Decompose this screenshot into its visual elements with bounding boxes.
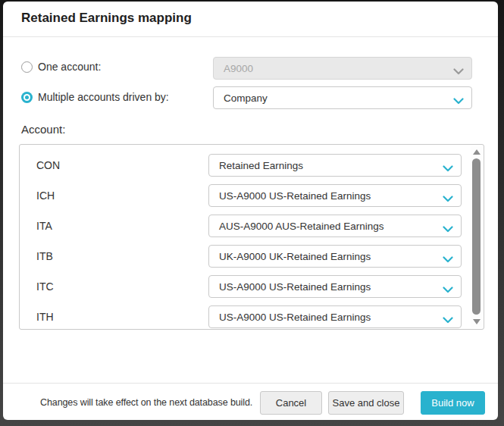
- account-select-itb[interactable]: UK-A9000 UK-Retained Earnings: [208, 245, 462, 268]
- cancel-button[interactable]: Cancel: [260, 391, 322, 415]
- account-section-label: Account:: [21, 123, 65, 136]
- mapping-row-ich: ICHUS-A9000 US-Retained Earnings: [20, 184, 484, 207]
- footer-divider: [3, 383, 498, 384]
- chevron-down-icon: [443, 284, 453, 296]
- one-account-select-value: A9000: [224, 63, 253, 74]
- account-select-value: US-A9000 US-Retained Earnings: [219, 281, 371, 293]
- chevron-down-icon: [443, 193, 453, 205]
- vertical-scrollbar[interactable]: [471, 146, 482, 327]
- multiple-accounts-label: Multiple accounts driven by:: [38, 91, 169, 103]
- retained-earnings-mapping-dialog: Retained Earnings mapping One account: A…: [3, 2, 498, 420]
- account-select-ita[interactable]: AUS-A9000 AUS-Retained Earnings: [208, 215, 462, 237]
- mapping-row-ith: ITHUS-A9000 US-Retained Earnings: [20, 305, 484, 328]
- entity-code: ICH: [36, 184, 55, 207]
- account-select-con[interactable]: Retained Earnings: [208, 154, 462, 177]
- chevron-down-icon: [443, 224, 453, 235]
- entity-code: ITC: [36, 275, 54, 298]
- chevron-down-icon: [443, 163, 453, 174]
- save-and-close-button[interactable]: Save and close: [328, 391, 404, 415]
- one-account-option[interactable]: One account:: [21, 61, 101, 73]
- account-mapping-panel: CONRetained EarningsICHUS-A9000 US-Retai…: [19, 144, 484, 330]
- multiple-accounts-radio[interactable]: [21, 92, 33, 103]
- account-select-ith[interactable]: US-A9000 US-Retained Earnings: [208, 305, 462, 328]
- mapping-row-ita: ITAAUS-A9000 AUS-Retained Earnings: [20, 215, 484, 237]
- entity-code: ITA: [36, 215, 52, 237]
- account-select-ich[interactable]: US-A9000 US-Retained Earnings: [208, 184, 462, 207]
- one-account-label: One account:: [38, 61, 101, 73]
- account-select-value: US-A9000 US-Retained Earnings: [219, 312, 371, 323]
- scrollbar-thumb[interactable]: [472, 158, 481, 315]
- entity-code: ITB: [36, 245, 53, 268]
- build-now-button[interactable]: Build now: [421, 391, 485, 415]
- mapping-row-itb: ITBUK-A9000 UK-Retained Earnings: [20, 245, 484, 268]
- scroll-up-arrow-icon[interactable]: [473, 149, 481, 155]
- footer-note: Changes will take effect on the next dat…: [40, 391, 252, 415]
- one-account-select: A9000: [213, 57, 472, 80]
- driver-select[interactable]: Company: [213, 86, 472, 109]
- chevron-down-icon: [453, 96, 464, 107]
- scroll-down-arrow-icon[interactable]: [473, 319, 481, 324]
- dialog-title: Retained Earnings mapping: [21, 11, 192, 26]
- multiple-accounts-option[interactable]: Multiple accounts driven by:: [21, 91, 169, 103]
- account-select-value: UK-A9000 UK-Retained Earnings: [219, 251, 371, 262]
- chevron-down-icon: [453, 66, 464, 77]
- account-select-value: US-A9000 US-Retained Earnings: [219, 190, 371, 202]
- account-select-value: Retained Earnings: [219, 160, 303, 171]
- mapping-row-itc: ITCUS-A9000 US-Retained Earnings: [20, 275, 484, 298]
- chevron-down-icon: [443, 315, 453, 326]
- header-divider: [3, 36, 498, 37]
- account-select-value: AUS-A9000 AUS-Retained Earnings: [219, 221, 384, 232]
- mapping-row-con: CONRetained Earnings: [20, 154, 484, 177]
- one-account-radio[interactable]: [21, 61, 33, 73]
- entity-code: CON: [36, 154, 60, 177]
- account-select-itc[interactable]: US-A9000 US-Retained Earnings: [208, 275, 462, 298]
- driver-select-value: Company: [224, 92, 268, 104]
- entity-code: ITH: [36, 305, 54, 328]
- chevron-down-icon: [443, 254, 453, 265]
